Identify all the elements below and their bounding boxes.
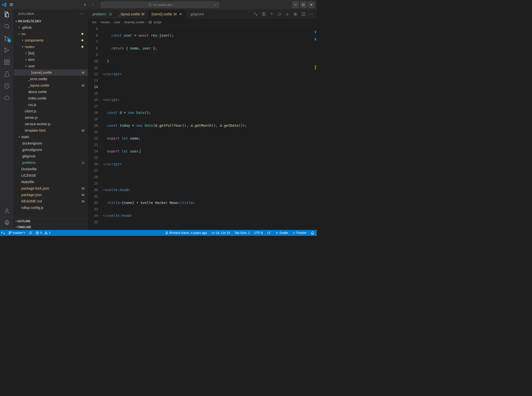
cursor-position[interactable]: Ln 14, Col 19: [212, 231, 230, 235]
tree-file[interactable]: index.svelte: [14, 95, 88, 101]
search-icon[interactable]: [4, 23, 10, 30]
tree-folder[interactable]: components: [14, 37, 88, 44]
tree-folder[interactable]: static: [14, 134, 88, 140]
tree-folder[interactable]: .github: [14, 24, 88, 31]
svg-point-4: [4, 39, 6, 41]
more-icon[interactable]: [309, 12, 313, 16]
prev-change-icon[interactable]: [270, 12, 274, 16]
cloud-icon[interactable]: [4, 95, 10, 101]
breadcrumb[interactable]: src› routes› user› [name].svelte› script: [88, 19, 317, 26]
tree-file[interactable]: package.jsonM: [14, 192, 88, 198]
svg-rect-26: [149, 21, 152, 23]
scm-badge: 9: [7, 39, 11, 43]
tree-file[interactable]: package-lock.jsonM: [14, 185, 88, 192]
prettier-status[interactable]: Prettier: [292, 231, 306, 235]
tree-file[interactable]: .prettierrcU: [14, 159, 88, 166]
svg-point-14: [80, 14, 80, 14]
open-changes-icon[interactable]: [262, 12, 266, 16]
tree-file[interactable]: Makefile: [14, 179, 88, 185]
svg-point-6: [4, 48, 5, 48]
tree-file[interactable]: .gitignore: [14, 153, 88, 159]
tree-file[interactable]: _error.svelte: [14, 76, 88, 82]
tree-file[interactable]: _layout.svelteM: [14, 82, 88, 89]
tree-folder[interactable]: src: [14, 31, 88, 37]
tab-prettierrc[interactable]: .prettierrc U: [88, 9, 115, 19]
more-icon[interactable]: [79, 12, 83, 16]
source-control-icon[interactable]: 9: [4, 35, 10, 42]
git-blame[interactable]: Richard Harris, 4 years ago: [165, 231, 207, 235]
tab-name-svelte[interactable]: [name].svelte M: [148, 9, 186, 19]
remote-indicator[interactable]: [1, 231, 5, 235]
svg-point-12: [6, 209, 8, 211]
nav-back-icon[interactable]: [83, 3, 87, 7]
sync-icon[interactable]: [29, 231, 32, 235]
vscode-logo-icon: [2, 2, 6, 7]
tree-folder[interactable]: item: [14, 56, 88, 63]
notifications-icon[interactable]: [311, 231, 314, 235]
tab-layout[interactable]: _layout.svelte M: [115, 9, 148, 19]
eol[interactable]: LF: [267, 231, 271, 235]
svg-point-31: [166, 232, 167, 233]
svg-point-2: [5, 24, 8, 28]
compare-icon[interactable]: [254, 12, 258, 16]
tab-gitignore[interactable]: .gitignore: [186, 9, 208, 19]
history-icon[interactable]: [4, 83, 10, 89]
folder-header[interactable]: HN.SVELTE.DEV: [14, 18, 88, 24]
tree-file[interactable]: rollup.config.js: [14, 204, 88, 211]
svg-point-25: [312, 14, 313, 14]
explorer-icon[interactable]: [4, 11, 10, 18]
tree-file[interactable]: service-worker.js: [14, 121, 88, 127]
account-icon[interactable]: [4, 208, 10, 214]
tree-file[interactable]: about.svelte: [14, 89, 88, 95]
code-editor[interactable]: 56789 1011121314 1516171819 2021222324 2…: [88, 26, 317, 230]
branch-indicator[interactable]: master*+: [8, 231, 25, 235]
close-button[interactable]: [308, 1, 315, 8]
tree-folder[interactable]: user: [14, 63, 88, 69]
tree-file[interactable]: Dockerfile: [14, 166, 88, 172]
svg-point-16: [82, 14, 83, 14]
svg-point-17: [254, 13, 255, 14]
tab-size[interactable]: Tab Size: 2: [234, 231, 250, 235]
tree-file[interactable]: README.mdM: [14, 198, 88, 204]
maximize-button[interactable]: [300, 1, 307, 8]
tree-file-active[interactable]: [name].svelteM: [14, 69, 88, 76]
extensions-icon[interactable]: [4, 59, 10, 65]
tree-file[interactable]: .dockerignore: [14, 140, 88, 147]
tree-file[interactable]: server.js: [14, 114, 88, 121]
tree-folder[interactable]: routes: [14, 44, 88, 50]
language-mode[interactable]: Svelte: [275, 231, 288, 235]
minimap[interactable]: [313, 26, 317, 230]
activity-bar: 9: [0, 9, 14, 230]
outline-section[interactable]: OUTLINE: [14, 218, 88, 224]
code-content[interactable]: const user = await res.json(); return { …: [103, 26, 317, 230]
tree-folder[interactable]: [list]: [14, 50, 88, 56]
revert-icon[interactable]: [278, 12, 282, 16]
split-icon[interactable]: [301, 12, 305, 16]
svg-point-18: [256, 15, 257, 16]
nav-forward-icon[interactable]: [91, 3, 95, 7]
chevron-down-icon[interactable]: [214, 3, 217, 6]
encoding[interactable]: UTF-8: [254, 231, 263, 235]
tree-file[interactable]: template.htmlM: [14, 127, 88, 134]
problems-indicator[interactable]: 0 1: [36, 231, 50, 235]
testing-icon[interactable]: [4, 71, 10, 77]
menu-icon[interactable]: [9, 3, 13, 7]
titlebar: hn.svelte.dev: [0, 0, 317, 9]
tree-file[interactable]: .gcloudignore: [14, 147, 88, 153]
minimize-button[interactable]: [292, 1, 299, 8]
next-change-icon[interactable]: [286, 12, 290, 16]
svg-point-3: [4, 36, 6, 37]
tree-file[interactable]: rss.js: [14, 101, 88, 108]
svg-point-24: [311, 14, 312, 14]
command-center[interactable]: hn.svelte.dev: [101, 1, 219, 8]
settings-gear-icon[interactable]: [4, 220, 10, 226]
timeline-section[interactable]: TIMELINE: [14, 224, 88, 230]
tree-file[interactable]: LICENSE: [14, 172, 88, 179]
svg-point-15: [81, 14, 82, 14]
tree-file[interactable]: client.js: [14, 108, 88, 114]
run-icon[interactable]: [293, 12, 297, 16]
run-debug-icon[interactable]: [4, 47, 10, 53]
editor-actions: [250, 9, 317, 19]
close-tab-icon[interactable]: [179, 12, 182, 16]
svg-rect-7: [4, 60, 6, 62]
